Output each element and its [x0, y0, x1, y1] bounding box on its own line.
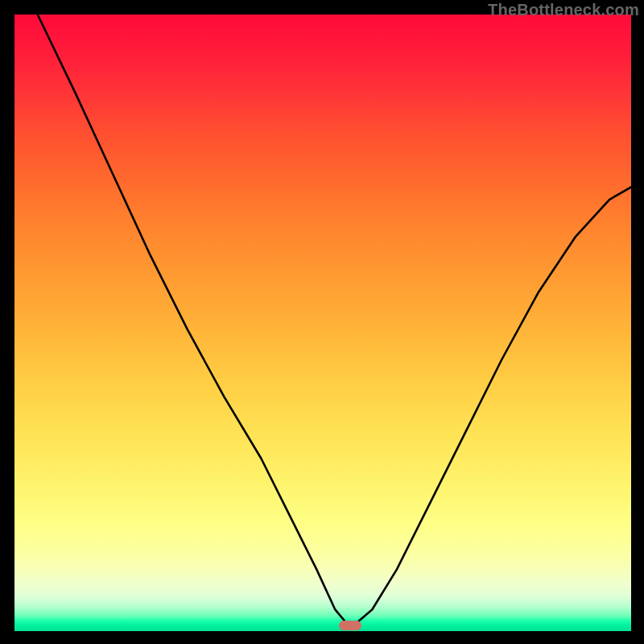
chart-frame: TheBottleneck.com [0, 0, 644, 644]
attribution-label: TheBottleneck.com [488, 1, 639, 19]
curve-path [38, 14, 631, 628]
plot-area [14, 14, 631, 631]
optimal-point-marker [339, 621, 361, 630]
bottleneck-curve [14, 14, 631, 631]
